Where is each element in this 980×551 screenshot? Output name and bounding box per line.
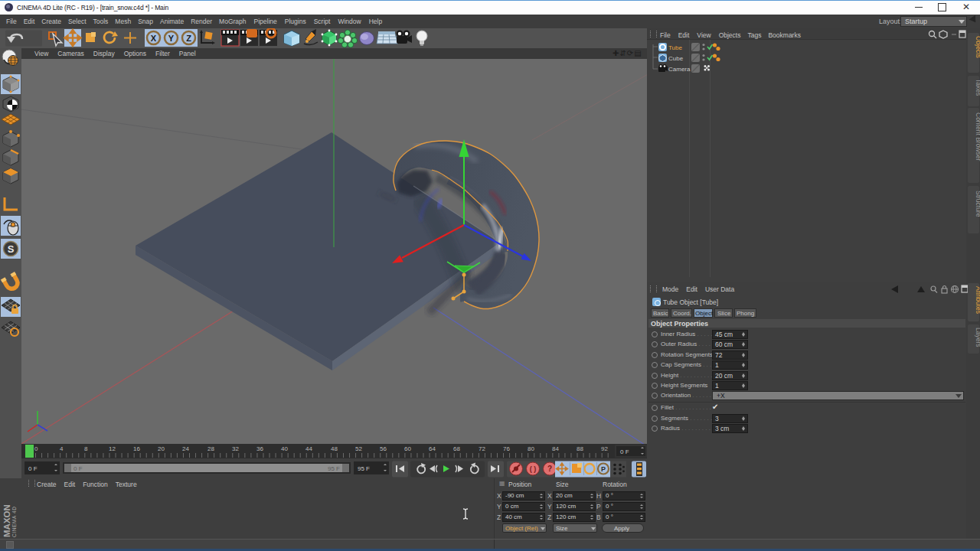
- svg-text:Layers: Layers: [975, 328, 980, 347]
- svg-text:48: 48: [331, 445, 338, 452]
- svg-text:72: 72: [479, 445, 485, 452]
- svg-text:44: 44: [305, 445, 312, 452]
- svg-text:8: 8: [84, 445, 88, 452]
- svg-text:P: P: [601, 465, 606, 473]
- svg-text:Tube: Tube: [668, 44, 682, 51]
- svg-text:64: 64: [429, 445, 436, 452]
- svg-text:Takes: Takes: [975, 79, 980, 96]
- svg-text:X: X: [151, 34, 157, 43]
- svg-text:40: 40: [281, 445, 288, 452]
- svg-text:88: 88: [577, 445, 583, 452]
- svg-text:76: 76: [503, 445, 510, 452]
- svg-text:80: 80: [528, 445, 534, 452]
- svg-text:16: 16: [133, 445, 140, 452]
- svg-text:Structure: Structure: [975, 191, 980, 217]
- svg-text:32: 32: [232, 445, 239, 452]
- svg-text:92: 92: [601, 445, 608, 452]
- svg-text:84: 84: [552, 445, 559, 452]
- svg-text:0 F: 0 F: [74, 465, 83, 472]
- svg-text:0 F: 0 F: [28, 465, 38, 472]
- svg-text:95 F: 95 F: [358, 465, 370, 472]
- svg-text:( ): ( ): [530, 465, 537, 473]
- svg-text:Objects: Objects: [975, 36, 980, 58]
- svg-text:56: 56: [380, 445, 387, 452]
- svg-text:?: ?: [547, 465, 552, 473]
- svg-text:24: 24: [182, 445, 189, 452]
- svg-text:60: 60: [404, 445, 411, 452]
- svg-text:Y: Y: [168, 34, 175, 43]
- svg-text:Content Browser: Content Browser: [975, 112, 980, 161]
- svg-text:S: S: [8, 243, 15, 255]
- svg-text:36: 36: [256, 445, 263, 452]
- svg-text:52: 52: [355, 445, 362, 452]
- svg-text:68: 68: [453, 445, 460, 452]
- svg-text:20: 20: [158, 445, 165, 452]
- svg-text:Camera: Camera: [668, 66, 691, 73]
- svg-text:0: 0: [34, 445, 38, 452]
- svg-text:4: 4: [60, 445, 64, 452]
- svg-text:95 F: 95 F: [328, 465, 340, 472]
- svg-text:Attributes: Attributes: [975, 286, 980, 314]
- svg-text:28: 28: [207, 445, 214, 452]
- svg-text:12: 12: [109, 445, 116, 452]
- svg-text:Z: Z: [186, 34, 191, 43]
- svg-text:0 F: 0 F: [620, 448, 629, 455]
- svg-text:Cube: Cube: [668, 55, 684, 62]
